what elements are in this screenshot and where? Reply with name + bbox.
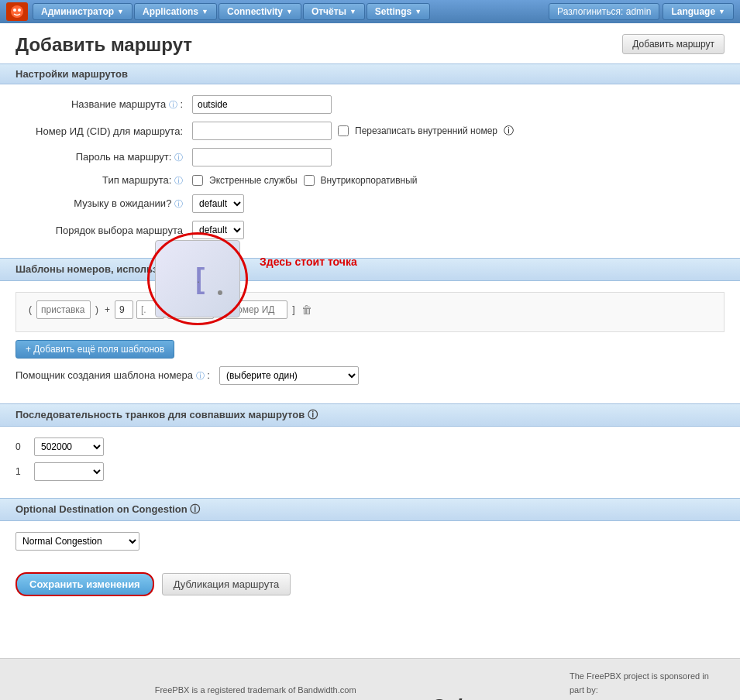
pattern-section: ( ) + / ] 🗑 <box>15 292 725 332</box>
nav-reports-label: Отчёты <box>311 6 346 17</box>
logout-button[interactable]: Разлогиниться: admin <box>549 3 659 20</box>
page-title: Добавить маршрут <box>15 34 192 56</box>
footer: FreePBX let freedom ring™ FreePBX is a r… <box>0 658 740 700</box>
plus-label: + <box>103 304 112 315</box>
nav-settings-label: Settings <box>375 6 411 17</box>
music-row: Музыку в ожидании? ⓘ default none <box>15 194 725 213</box>
delete-pattern-button[interactable]: 🗑 <box>300 302 314 317</box>
nav-connectivity-label: Connectivity <box>227 6 283 17</box>
route-type-row: Тип маршрута: ⓘ Экстренные службы Внутри… <box>15 174 725 187</box>
prefix-input[interactable] <box>36 300 91 319</box>
route-name-label: Название маршрута ⓘ : <box>15 98 186 111</box>
trunk-row-0: 0 502000 <box>15 438 725 456</box>
nav-connectivity[interactable]: Connectivity ▼ <box>219 3 301 20</box>
nav-settings[interactable]: Settings ▼ <box>367 3 430 20</box>
callerid-input[interactable] <box>225 300 287 319</box>
route-name-help-icon[interactable]: ⓘ <box>169 100 177 109</box>
nav-settings-arrow: ▼ <box>415 8 422 15</box>
nav-reports-arrow: ▼ <box>349 8 356 15</box>
cid-input[interactable] <box>192 122 332 140</box>
footer-info-line2: FreePBX is licensed under GPL <box>155 697 356 700</box>
trunk-select-1[interactable]: 502000 <box>34 462 104 481</box>
cid-override-label: Перезаписать внутренний номер <box>355 125 497 136</box>
pattern-helper-row: Помощник создания шаблона номера ⓘ : (вы… <box>15 366 725 385</box>
top-navbar: Администратор ▼ Applications ▼ Connectiv… <box>0 0 740 23</box>
slash-label: / <box>217 304 222 315</box>
footer-logo: FreePBX let freedom ring™ <box>15 691 132 700</box>
congestion-body: Normal Congestion Other Destination <box>0 521 740 561</box>
bracket-input[interactable] <box>136 300 164 319</box>
music-select[interactable]: default none <box>192 194 244 213</box>
order-select[interactable]: default <box>192 221 244 239</box>
cid-override-checkbox[interactable] <box>338 125 349 136</box>
footer-schmooze: Schmooze™ Schmooze Com Inc. <box>432 695 546 700</box>
language-button[interactable]: Language ▼ <box>663 3 734 20</box>
nav-applications-label: Applications <box>143 6 198 17</box>
patterns-help-icon[interactable]: ⓘ <box>215 263 225 275</box>
footer-info-line1: FreePBX is a registered trademark of Ban… <box>155 684 356 698</box>
order-row: Порядок выбора маршрута default <box>15 221 725 239</box>
nav-admin[interactable]: Администратор ▼ <box>33 3 133 20</box>
internal-checkbox[interactable] <box>304 175 315 186</box>
nav-reports[interactable]: Отчёты ▼ <box>303 3 365 20</box>
footer-brand: FreePBX <box>60 696 132 700</box>
emergency-label: Экстренные службы <box>209 175 298 186</box>
save-button[interactable]: Сохранить изменения <box>15 572 154 596</box>
nav-applications[interactable]: Applications ▼ <box>134 3 217 20</box>
trunks-body: 0 502000 1 502000 <box>0 427 740 498</box>
trunk-index-0: 0 <box>15 441 28 452</box>
music-help-icon[interactable]: ⓘ <box>174 199 183 208</box>
helper-select[interactable]: (выберите один) <box>219 366 359 385</box>
pattern-main-input[interactable] <box>167 300 214 319</box>
paren-close: ) <box>94 304 100 315</box>
schmooze-logo-text: Schmooze™ <box>432 695 546 700</box>
footer-info: FreePBX is a registered trademark of Ban… <box>155 684 356 700</box>
nav-connectivity-arrow: ▼ <box>286 8 293 15</box>
pattern-helper-label: Помощник создания шаблона номера ⓘ : <box>15 369 213 382</box>
nav-admin-arrow: ▼ <box>117 8 124 15</box>
internal-label: Внутрикорпоративный <box>321 175 418 186</box>
route-settings-body: Название маршрута ⓘ : Номер ИД (CID) для… <box>0 84 740 258</box>
trunks-header: Последовательность транков для совпавших… <box>0 403 740 427</box>
trunks-help-icon[interactable]: ⓘ <box>308 409 318 420</box>
svg-point-1 <box>13 9 16 12</box>
order-label: Порядок выбора маршрута <box>15 225 186 236</box>
password-row: Пароль на маршрут: ⓘ <box>15 148 725 166</box>
route-type-help-icon[interactable]: ⓘ <box>174 176 183 185</box>
cid-help-icon[interactable]: ⓘ <box>504 124 514 138</box>
password-input[interactable] <box>192 148 332 166</box>
number-input[interactable] <box>115 300 133 319</box>
nav-admin-label: Администратор <box>41 6 114 17</box>
cid-row: Номер ИД (CID) для маршрута: Перезаписат… <box>15 122 725 140</box>
trunk-row-1: 1 502000 <box>15 462 725 481</box>
route-settings-header: Настройки маршрутов <box>0 63 740 84</box>
page-header: Добавить маршрут Добавить маршрут <box>0 23 740 63</box>
congestion-select[interactable]: Normal Congestion Other Destination <box>15 532 139 551</box>
svg-point-0 <box>11 5 23 18</box>
pattern-row: ( ) + / ] 🗑 <box>27 300 713 319</box>
password-label: Пароль на маршрут: ⓘ <box>15 151 186 163</box>
language-arrow: ▼ <box>718 8 725 15</box>
svg-point-2 <box>18 9 21 12</box>
route-type-label: Тип маршрута: ⓘ <box>15 174 186 187</box>
route-name-input[interactable] <box>192 95 332 114</box>
nav-applications-arrow: ▼ <box>201 8 208 15</box>
logo <box>6 2 28 21</box>
congestion-help-icon[interactable]: ⓘ <box>190 503 200 515</box>
trunk-index-1: 1 <box>15 466 28 477</box>
paren-open: ( <box>27 304 33 315</box>
patterns-header: Шаблоны номеров, используемые на з ⓘ <box>0 258 740 281</box>
footer-frog-icon <box>15 691 54 700</box>
add-route-button[interactable]: Добавить маршрут <box>622 34 725 54</box>
helper-help-icon[interactable]: ⓘ <box>196 371 205 380</box>
main-content: Добавить маршрут Добавить маршрут Настро… <box>0 23 740 658</box>
route-name-row: Название маршрута ⓘ : <box>15 95 725 114</box>
emergency-checkbox[interactable] <box>192 175 203 186</box>
trunk-select-0[interactable]: 502000 <box>34 438 104 456</box>
password-help-icon[interactable]: ⓘ <box>174 153 183 162</box>
add-pattern-button[interactable]: + Добавить ещё поля шаблонов <box>15 340 174 359</box>
congestion-header: Optional Destination on Congestion ⓘ <box>0 498 740 521</box>
cid-label: Номер ИД (CID) для маршрута: <box>15 125 186 137</box>
footer-sponsor: The FreePBX project is sponsored in part… <box>570 670 725 700</box>
duplicate-button[interactable]: Дубликация маршрута <box>162 573 291 595</box>
